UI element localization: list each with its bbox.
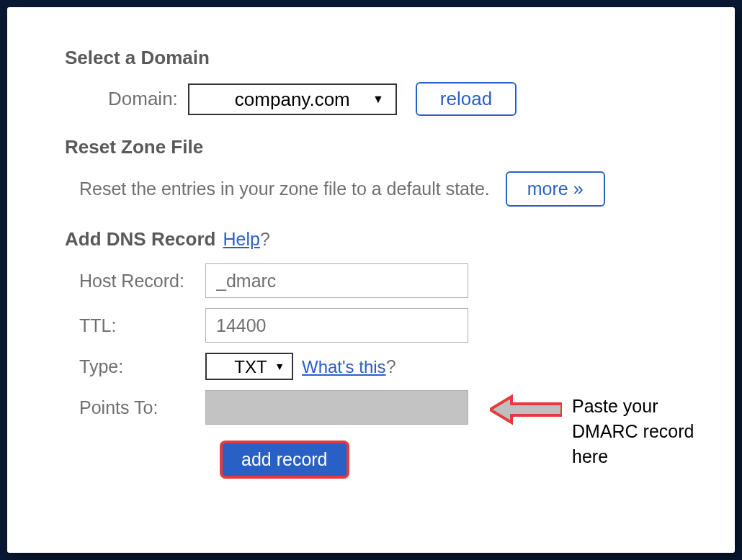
whats-this-link[interactable]: What's this	[302, 357, 386, 376]
whats-this-wrap: What's this?	[293, 356, 396, 377]
help-q: ?	[260, 229, 270, 249]
whats-this-q: ?	[386, 356, 396, 376]
host-record-label: Host Record:	[79, 271, 205, 292]
arrow-left-icon	[490, 394, 562, 425]
reset-zone-heading: Reset Zone File	[65, 136, 684, 158]
ttl-label: TTL:	[79, 315, 205, 336]
domain-select[interactable]: company.com	[188, 83, 397, 115]
points-to-input[interactable]	[205, 390, 468, 425]
reset-text: Reset the entries in your zone file to a…	[79, 179, 490, 199]
dns-panel: Select a Domain Domain: company.com relo…	[7, 7, 735, 553]
type-label: Type:	[79, 356, 205, 377]
add-record-button[interactable]: add record	[220, 441, 349, 479]
type-row: Type: TXT What's this?	[79, 353, 684, 380]
annotation: Paste your DMARC record here	[490, 394, 694, 469]
domain-select-wrap: company.com	[188, 83, 397, 115]
select-domain-heading: Select a Domain	[65, 47, 684, 69]
host-record-input[interactable]	[205, 263, 468, 298]
type-select[interactable]: TXT	[205, 353, 293, 380]
annotation-text: Paste your DMARC record here	[572, 394, 694, 469]
help-link[interactable]: Help	[223, 229, 259, 249]
domain-label: Domain:	[108, 88, 178, 110]
host-record-row: Host Record:	[79, 263, 684, 298]
add-dns-heading-row: Add DNS Record Help?	[65, 228, 684, 250]
ttl-row: TTL:	[79, 308, 684, 343]
reset-row: Reset the entries in your zone file to a…	[79, 171, 684, 207]
add-dns-heading: Add DNS Record	[65, 228, 215, 250]
ttl-input[interactable]	[205, 308, 468, 343]
reload-button[interactable]: reload	[416, 82, 517, 116]
reset-zone-section: Reset Zone File Reset the entries in you…	[65, 136, 684, 207]
select-domain-section: Select a Domain Domain: company.com relo…	[65, 47, 684, 116]
help-wrap: Help?	[223, 229, 269, 250]
more-button[interactable]: more »	[506, 171, 605, 207]
domain-row: Domain: company.com reload	[108, 82, 684, 116]
points-to-label: Points To:	[79, 397, 205, 418]
type-select-wrap: TXT	[205, 353, 293, 380]
